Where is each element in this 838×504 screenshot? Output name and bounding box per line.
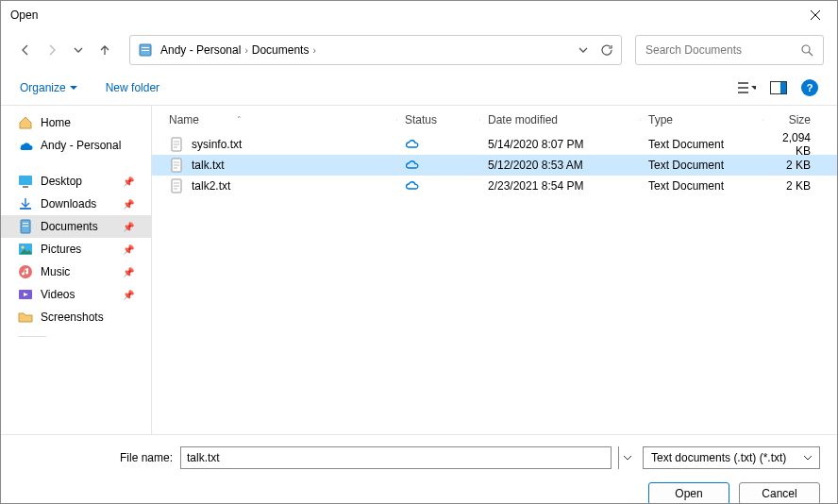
sidebar-separator — [18, 336, 46, 337]
cloud-status-icon — [397, 139, 480, 150]
up-button[interactable] — [93, 39, 116, 61]
view-options-button[interactable] — [737, 78, 756, 97]
column-headers: Name ˄ Status Date modified Type Size — [152, 106, 837, 134]
breadcrumb-item[interactable]: Documents — [252, 43, 310, 57]
column-header-type[interactable]: Type — [641, 113, 763, 126]
file-name: sysinfo.txt — [192, 138, 242, 151]
file-size: 2 KB — [763, 159, 830, 172]
svg-rect-10 — [23, 223, 28, 224]
sort-indicator-icon: ˄ — [237, 115, 242, 125]
back-button[interactable] — [14, 39, 37, 61]
pin-icon: 📌 — [123, 267, 134, 277]
home-icon — [18, 115, 33, 130]
svg-point-3 — [802, 45, 810, 53]
pin-icon: 📌 — [123, 222, 134, 232]
svg-rect-5 — [780, 82, 786, 93]
file-type: Text Document — [641, 159, 763, 172]
search-input[interactable]: Search Documents — [635, 35, 824, 65]
folder-icon — [18, 310, 33, 325]
sidebar-item-videos[interactable]: Videos 📌 — [1, 283, 151, 306]
cancel-button[interactable]: Cancel — [739, 482, 820, 504]
documents-location-icon — [138, 42, 153, 58]
pin-icon: 📌 — [123, 244, 134, 255]
file-size: 2,094 KB — [763, 131, 830, 158]
search-icon — [800, 43, 813, 57]
column-header-date[interactable]: Date modified — [480, 113, 641, 126]
file-name: talk.txt — [192, 159, 225, 172]
help-button[interactable]: ? — [801, 79, 818, 96]
column-header-status[interactable]: Status — [397, 113, 480, 126]
sidebar-item-downloads[interactable]: Downloads 📌 — [1, 193, 151, 215]
file-date: 5/14/2020 8:07 PM — [480, 138, 641, 151]
column-header-name[interactable]: Name ˄ — [161, 113, 397, 126]
file-size: 2 KB — [763, 179, 830, 193]
sidebar-item-pictures[interactable]: Pictures 📌 — [1, 238, 151, 260]
text-file-icon — [169, 178, 184, 193]
pictures-icon — [18, 242, 33, 257]
breadcrumb-item[interactable]: Andy - Personal — [160, 43, 241, 57]
videos-icon — [18, 287, 33, 302]
table-row[interactable]: sysinfo.txt5/14/2020 8:07 PMText Documen… — [152, 134, 837, 155]
preview-pane-button[interactable] — [769, 78, 788, 97]
column-header-size[interactable]: Size — [763, 113, 830, 126]
arrow-up-icon — [97, 42, 112, 58]
address-bar[interactable]: Andy - Personal › Documents › — [129, 35, 622, 65]
svg-point-14 — [19, 265, 32, 278]
filename-input[interactable] — [180, 446, 612, 469]
open-button[interactable]: Open — [648, 482, 729, 504]
sidebar-item-screenshots[interactable]: Screenshots — [1, 306, 151, 328]
desktop-icon — [18, 174, 33, 189]
file-date: 2/23/2021 8:54 PM — [480, 179, 641, 193]
svg-rect-1 — [142, 47, 149, 48]
sidebar-item-documents[interactable]: Documents 📌 — [1, 215, 151, 238]
svg-rect-11 — [23, 226, 28, 227]
search-placeholder: Search Documents — [645, 43, 800, 57]
sidebar-item-music[interactable]: Music 📌 — [1, 260, 151, 283]
file-name: talk2.txt — [192, 179, 230, 193]
text-file-icon — [169, 158, 184, 173]
music-icon — [18, 264, 33, 279]
filename-history-button[interactable] — [618, 446, 635, 469]
chevron-down-icon — [624, 454, 631, 462]
close-button[interactable] — [794, 1, 837, 29]
chevron-right-icon: › — [312, 45, 315, 56]
file-type-select[interactable]: Text documents (.txt) (*.txt) — [643, 446, 820, 469]
sidebar-item-personal[interactable]: Andy - Personal — [1, 134, 151, 157]
file-type: Text Document — [641, 138, 763, 151]
main-area: Home Andy - Personal Desktop 📌 Downloads… — [1, 105, 837, 435]
chevron-down-icon — [804, 454, 812, 462]
refresh-icon[interactable] — [600, 43, 613, 57]
cloud-status-icon — [397, 160, 480, 171]
pin-icon: 📌 — [123, 290, 134, 300]
caret-down-icon — [751, 84, 756, 92]
text-file-icon — [169, 137, 184, 152]
navigation-bar: Andy - Personal › Documents › Search Doc… — [1, 29, 837, 71]
navigation-pane: Home Andy - Personal Desktop 📌 Downloads… — [1, 106, 152, 434]
chevron-down-icon[interactable] — [578, 44, 589, 56]
svg-rect-8 — [20, 208, 31, 210]
pin-icon: 📌 — [123, 199, 134, 210]
svg-rect-2 — [142, 50, 149, 51]
cloud-status-icon — [397, 180, 480, 192]
new-folder-button[interactable]: New folder — [106, 81, 159, 94]
close-icon — [810, 9, 821, 21]
forward-button[interactable] — [41, 39, 63, 61]
arrow-left-icon — [18, 42, 33, 58]
file-list: Name ˄ Status Date modified Type Size sy… — [152, 106, 837, 434]
organize-menu[interactable]: Organize — [20, 81, 77, 94]
pin-icon: 📌 — [123, 176, 134, 187]
svg-point-13 — [22, 246, 25, 249]
recent-locations-button[interactable] — [67, 39, 90, 61]
bottom-panel: File name: Text documents (.txt) (*.txt)… — [1, 435, 837, 504]
sidebar-item-home[interactable]: Home — [1, 111, 151, 134]
caret-down-icon — [70, 84, 77, 92]
table-row[interactable]: talk2.txt2/23/2021 8:54 PMText Document2… — [152, 176, 837, 196]
svg-rect-6 — [19, 176, 32, 185]
chevron-down-icon — [73, 44, 84, 56]
sidebar-item-desktop[interactable]: Desktop 📌 — [1, 170, 151, 193]
breadcrumb[interactable]: Andy - Personal › Documents › — [160, 43, 570, 57]
table-row[interactable]: talk.txt5/12/2020 8:53 AMText Document2 … — [152, 155, 837, 176]
title-bar: Open — [1, 1, 837, 29]
svg-rect-7 — [23, 186, 28, 188]
preview-pane-icon — [770, 81, 787, 94]
